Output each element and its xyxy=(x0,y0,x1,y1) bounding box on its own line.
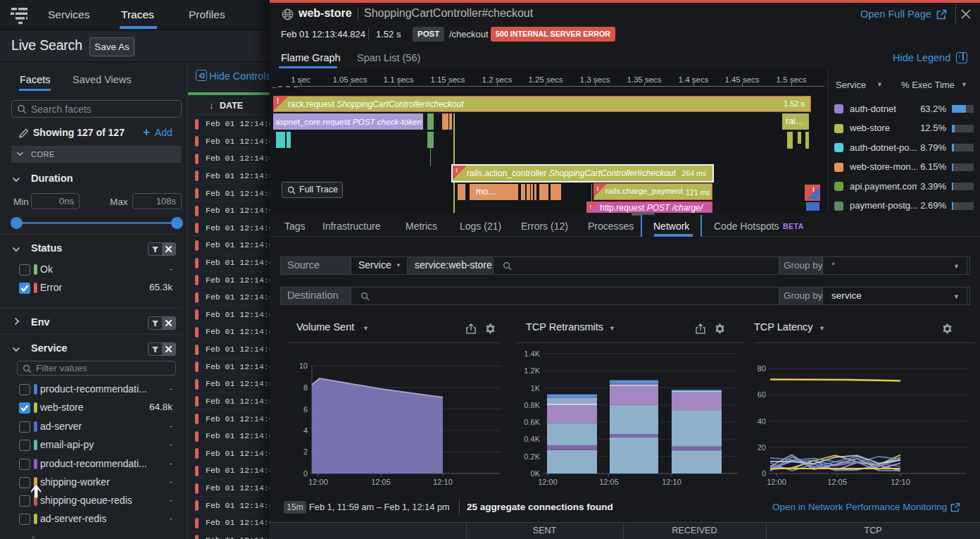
svg-text:0.2K: 0.2K xyxy=(524,452,540,461)
svg-text:0.6K: 0.6K xyxy=(524,418,540,426)
svg-text:12:00: 12:00 xyxy=(767,478,786,486)
svg-text:12:00: 12:00 xyxy=(308,478,328,486)
svg-text:!: ! xyxy=(597,185,599,192)
svg-text:8: 8 xyxy=(303,383,308,392)
svg-text:1.4K: 1.4K xyxy=(524,349,540,358)
svg-text:4: 4 xyxy=(303,426,308,435)
svg-text:0: 0 xyxy=(303,469,308,478)
svg-text:0.4K: 0.4K xyxy=(524,435,540,443)
svg-text:20: 20 xyxy=(758,443,766,452)
svg-text:12:05: 12:05 xyxy=(827,478,847,486)
svg-text:1.2K: 1.2K xyxy=(524,366,540,375)
svg-text:0K: 0K xyxy=(531,469,541,478)
svg-text:12:10: 12:10 xyxy=(662,478,681,486)
svg-text:0.8K: 0.8K xyxy=(524,401,540,409)
svg-text:40: 40 xyxy=(758,417,766,426)
svg-text:60: 60 xyxy=(758,390,766,399)
svg-text:0: 0 xyxy=(762,469,766,478)
svg-text:12:05: 12:05 xyxy=(371,478,391,486)
svg-text:6: 6 xyxy=(303,405,308,414)
svg-text:12:10: 12:10 xyxy=(891,478,910,486)
svg-text:2: 2 xyxy=(303,447,308,456)
svg-text:1K: 1K xyxy=(531,384,541,392)
svg-text:12:10: 12:10 xyxy=(433,478,453,486)
svg-text:12:05: 12:05 xyxy=(599,478,619,486)
svg-text:!: ! xyxy=(812,186,815,193)
svg-text:12:00: 12:00 xyxy=(538,478,558,486)
svg-text:80: 80 xyxy=(758,364,766,373)
svg-text:!: ! xyxy=(589,204,591,210)
svg-text:!: ! xyxy=(277,97,279,105)
svg-text:10: 10 xyxy=(299,361,308,370)
svg-text:!: ! xyxy=(456,167,458,174)
